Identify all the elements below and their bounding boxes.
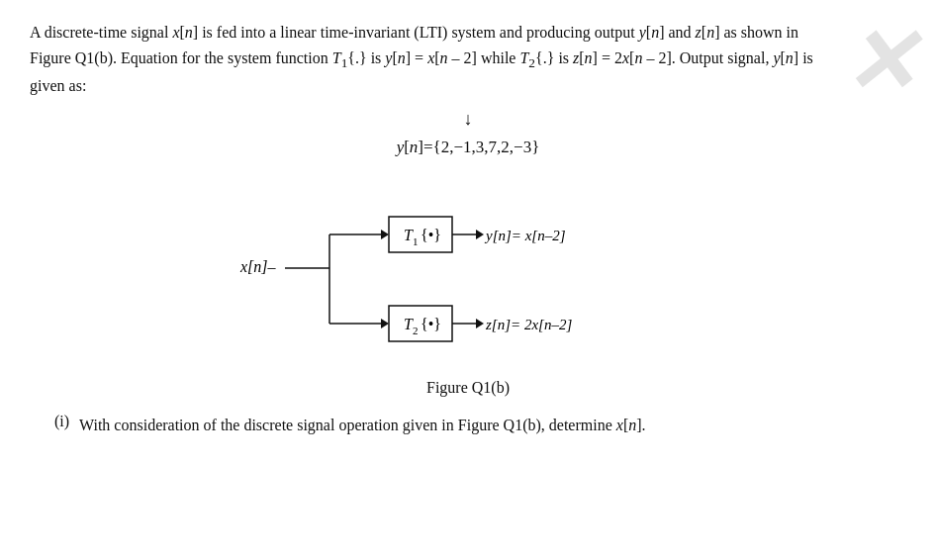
svg-marker-10 xyxy=(476,230,484,239)
watermark: ✕ xyxy=(842,10,916,114)
svg-text:{•}: {•} xyxy=(421,316,441,332)
diagram: x[n]– T 1 {•} y[n]= x[n–2] xyxy=(211,175,725,373)
part-i-label: (i) xyxy=(30,413,69,438)
part-i-section: (i) With consideration of the discrete s… xyxy=(30,413,906,438)
svg-marker-5 xyxy=(381,230,389,239)
figure-container: x[n]– T 1 {•} y[n]= x[n–2] xyxy=(30,175,906,397)
svg-text:{•}: {•} xyxy=(421,227,441,243)
arrow-indicator: ↓ xyxy=(30,109,906,130)
figure-caption: Figure Q1(b) xyxy=(426,379,510,397)
output2-label: z[n]= 2x[n–2] xyxy=(485,317,572,332)
svg-marker-13 xyxy=(381,319,389,328)
input-label: x[n]– xyxy=(239,258,277,275)
main-paragraph: A discrete-time signal x[n] is fed into … xyxy=(30,20,841,99)
svg-text:2: 2 xyxy=(413,325,419,336)
diagram-svg: x[n]– T 1 {•} y[n]= x[n–2] xyxy=(211,175,725,373)
svg-marker-18 xyxy=(476,319,484,328)
output1-label: y[n]= x[n–2] xyxy=(484,228,566,243)
part-i-text: With consideration of the discrete signa… xyxy=(79,413,831,438)
svg-text:1: 1 xyxy=(413,235,419,247)
equation-block: y[n]={2,−1,3,7,2,−3} xyxy=(30,138,906,157)
